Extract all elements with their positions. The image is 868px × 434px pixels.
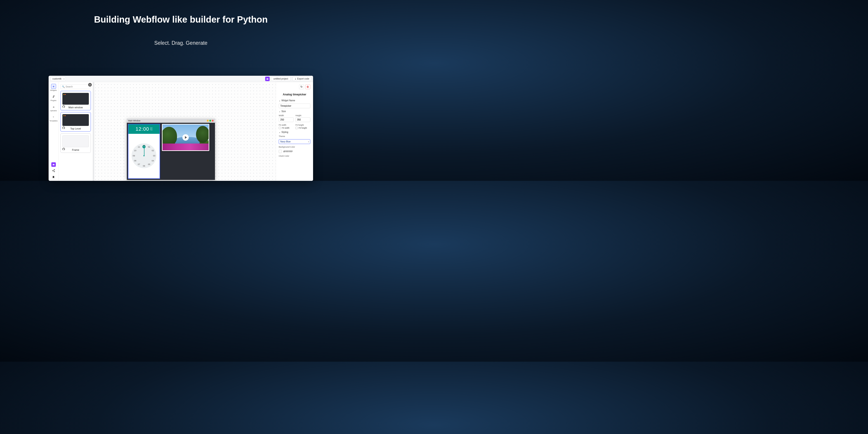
fit-height-checkbox[interactable]: Fit height bbox=[296, 127, 310, 129]
clock-hour[interactable]: 10 bbox=[134, 149, 136, 152]
timepicker-time: 12:00 bbox=[135, 126, 149, 132]
traffic-light-green-icon bbox=[209, 120, 211, 122]
props-title: Analog timepicker bbox=[279, 93, 310, 96]
widgets-panel: ✕ 🔍 Search Main window Top Level bbox=[59, 82, 93, 181]
close-icon[interactable]: ✕ bbox=[88, 83, 92, 87]
redo-button[interactable]: ↻ bbox=[299, 84, 304, 89]
delete-button[interactable]: 🗑 bbox=[305, 84, 310, 89]
plugins-icon: ▞ bbox=[51, 94, 56, 99]
clock-color-label: Clock Color bbox=[279, 155, 310, 157]
video-widget[interactable] bbox=[162, 124, 209, 151]
chevron-down-icon: ▾ bbox=[64, 78, 64, 80]
chevron-down-icon: ▾ bbox=[308, 141, 309, 143]
rail-widgets[interactable]: ▦ Widgets bbox=[50, 84, 58, 91]
chevron-down-icon: ⌄ bbox=[279, 131, 281, 133]
widget-thumb bbox=[62, 114, 89, 126]
chevron-down-icon: ⌄ bbox=[279, 110, 281, 113]
widget-thumb bbox=[62, 93, 89, 105]
window-titlebar[interactable]: Main Window bbox=[127, 119, 215, 123]
video-thumb-flowers bbox=[162, 144, 209, 150]
clock-hour[interactable]: 09 bbox=[133, 155, 135, 157]
widget-label: Main window bbox=[68, 106, 83, 109]
traffic-light-yellow-icon bbox=[207, 120, 209, 122]
redo-icon: ↻ bbox=[301, 85, 303, 88]
canvas-window[interactable]: Main Window 12:00 AM PM bbox=[127, 119, 215, 180]
traffic-light-red-icon bbox=[212, 120, 214, 122]
rail-label: Templates bbox=[49, 120, 57, 122]
video-thumb-tree bbox=[196, 126, 209, 143]
section-size[interactable]: ⌄ Size bbox=[279, 110, 310, 113]
framework-select[interactable]: customtk ▾ bbox=[51, 76, 66, 81]
properties-panel: ↻ 🗑 Analog timepicker ⌄ Widget Name ⌄ Si… bbox=[276, 82, 313, 181]
share-icon[interactable] bbox=[52, 169, 55, 173]
checkbox-label: Fit width bbox=[282, 127, 289, 129]
widget-card-frame[interactable]: Frame bbox=[60, 133, 91, 153]
export-code-button[interactable]: ⤓ Export code bbox=[292, 76, 311, 81]
theme-select[interactable]: Navy Blue ▾ bbox=[279, 139, 310, 144]
canvas-ruler bbox=[93, 82, 94, 181]
project-name[interactable]: untitled project bbox=[271, 76, 291, 81]
templates-icon: ≡ bbox=[51, 114, 56, 119]
width-label: Width bbox=[279, 114, 293, 117]
clock-hour[interactable]: 06 bbox=[143, 165, 145, 167]
widgets-icon: ▦ bbox=[51, 84, 56, 89]
width-input[interactable] bbox=[279, 117, 293, 122]
clock-hour[interactable]: 01 bbox=[148, 146, 150, 148]
clock-hour[interactable]: 05 bbox=[148, 163, 150, 165]
widget-label: Frame bbox=[72, 149, 79, 151]
video-thumb-tree bbox=[162, 127, 177, 145]
clock-hour[interactable]: 12 bbox=[143, 145, 145, 147]
timepicker-pm[interactable]: PM bbox=[150, 129, 153, 131]
timepicker-am[interactable]: AM bbox=[150, 127, 153, 129]
github-icon[interactable] bbox=[62, 147, 65, 151]
hero-title: Building Webflow like builder for Python bbox=[0, 0, 362, 25]
play-icon[interactable] bbox=[182, 134, 189, 141]
fit-height-label: Fit height bbox=[296, 124, 310, 126]
widget-name-input[interactable] bbox=[279, 103, 310, 108]
hero-subtitle: Select. Drag. Generate bbox=[0, 25, 362, 46]
crown-badge-icon[interactable] bbox=[51, 162, 56, 167]
clock-hour[interactable]: 04 bbox=[152, 160, 154, 162]
widget-label: Top Level bbox=[70, 127, 81, 130]
widget-thumb bbox=[62, 135, 89, 147]
clock-hour[interactable]: 11 bbox=[138, 146, 140, 148]
clock-hour[interactable]: 02 bbox=[152, 149, 154, 152]
clock-hour[interactable]: 03 bbox=[153, 155, 155, 157]
section-label: Styling bbox=[281, 131, 288, 133]
rail-uploads[interactable]: ☁ Uploads bbox=[50, 104, 58, 112]
clock-hour[interactable]: 07 bbox=[138, 163, 140, 165]
color-swatch[interactable] bbox=[279, 150, 282, 153]
timepicker-header: 12:00 AM PM bbox=[128, 124, 160, 134]
left-rail: ▦ Widgets ▞ Plugins ☁ Uploads ≡ Template… bbox=[49, 82, 59, 181]
canvas[interactable]: Main Window 12:00 AM PM bbox=[93, 82, 276, 181]
section-styling[interactable]: ⌄ Styling bbox=[279, 131, 310, 133]
builder-app: customtk ▾ untitled project ⤓ Export cod… bbox=[49, 76, 313, 181]
crown-badge-icon[interactable] bbox=[265, 76, 270, 81]
search-icon: 🔍 bbox=[62, 86, 65, 88]
timepicker-widget[interactable]: 12:00 AM PM 12 1 bbox=[128, 124, 160, 179]
fit-width-checkbox[interactable]: Fit width bbox=[279, 127, 293, 129]
clock-face[interactable]: 12 120102030405060708091011 bbox=[131, 143, 156, 168]
widget-card-main-window[interactable]: Main window bbox=[60, 91, 91, 110]
section-label: Size bbox=[281, 110, 286, 113]
search-placeholder: Search bbox=[66, 86, 73, 88]
rail-plugins[interactable]: ▞ Plugins bbox=[50, 94, 58, 101]
export-label: Export code bbox=[297, 78, 309, 80]
section-widget-name[interactable]: ⌄ Widget Name bbox=[279, 99, 310, 102]
rail-label: Uploads bbox=[50, 110, 57, 112]
search-input[interactable]: 🔍 Search bbox=[60, 84, 91, 89]
clock-hour[interactable]: 08 bbox=[134, 160, 136, 162]
widget-card-top-level[interactable]: Top Level bbox=[60, 112, 91, 131]
height-label: Height bbox=[296, 114, 310, 117]
rail-label: Plugins bbox=[51, 99, 56, 101]
github-icon[interactable] bbox=[62, 126, 65, 130]
clock-center-icon bbox=[144, 155, 145, 156]
svg-point-0 bbox=[54, 169, 55, 170]
chevron-down-icon: ⌄ bbox=[279, 99, 281, 102]
trash-icon: 🗑 bbox=[307, 85, 309, 88]
rail-templates[interactable]: ≡ Templates bbox=[50, 114, 58, 122]
theme-label: Theme bbox=[279, 135, 310, 137]
bookmark-icon[interactable] bbox=[52, 176, 55, 180]
github-icon[interactable] bbox=[62, 105, 65, 109]
height-input[interactable] bbox=[296, 117, 310, 122]
